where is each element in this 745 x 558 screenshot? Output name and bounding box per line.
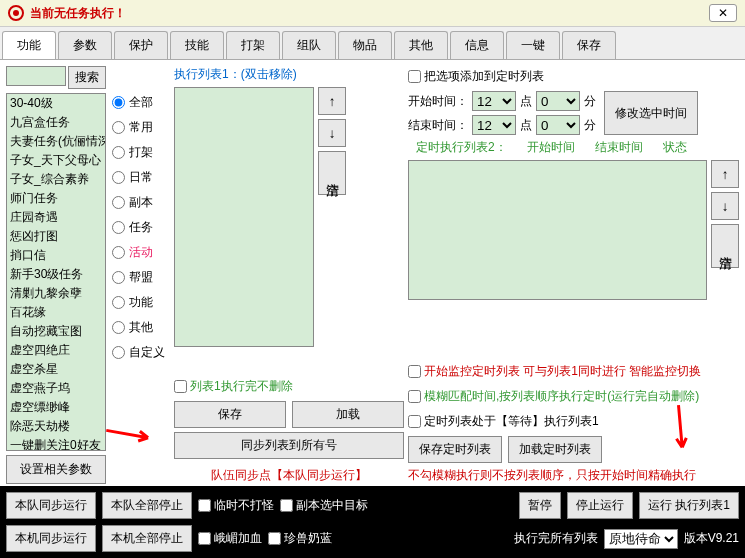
radio-活动[interactable]: 活动 [110, 240, 170, 265]
category-radios: 全部常用打架日常副本任务活动帮盟功能其他自定义 [110, 66, 170, 484]
list-item[interactable]: 一键删关注0好友 [7, 436, 105, 451]
stop-run-button[interactable]: 停止运行 [567, 492, 633, 519]
start-min-select[interactable]: 0 [536, 91, 580, 111]
search-input[interactable] [6, 66, 66, 86]
monitor-label: 开始监控定时列表 可与列表1同时进行 智能监控切换 [424, 363, 701, 380]
wait-label: 定时列表处于【等待】执行列表1 [424, 413, 599, 430]
end-time-label: 结束时间： [408, 117, 468, 134]
pet-mana-checkbox[interactable] [268, 532, 281, 545]
radio-常用[interactable]: 常用 [110, 115, 170, 140]
end-hour-select[interactable]: 12 [472, 115, 516, 135]
col-status-header: 状态 [663, 139, 687, 156]
tab-3[interactable]: 技能 [170, 31, 224, 59]
pet-mana-label: 珍兽奶蓝 [284, 530, 332, 547]
tab-2[interactable]: 保护 [114, 31, 168, 59]
tab-5[interactable]: 组队 [282, 31, 336, 59]
emei-heal-checkbox[interactable] [198, 532, 211, 545]
tab-10[interactable]: 保存 [562, 31, 616, 59]
team-stop-all-button[interactable]: 本队全部停止 [102, 492, 192, 519]
no-fight-label: 临时不打怪 [214, 497, 274, 514]
list-item[interactable]: 清剿九黎余孽 [7, 284, 105, 303]
list-item[interactable]: 庄园奇遇 [7, 208, 105, 227]
add-to-timed-checkbox[interactable] [408, 70, 421, 83]
list-item[interactable]: 除恶天劫楼 [7, 417, 105, 436]
list-item[interactable]: 虚空燕子坞 [7, 379, 105, 398]
machine-sync-run-button[interactable]: 本机同步运行 [6, 525, 96, 552]
radio-打架[interactable]: 打架 [110, 140, 170, 165]
add-to-timed-label: 把选项添加到定时列表 [424, 68, 544, 85]
start-hour-select[interactable]: 12 [472, 91, 516, 111]
exec-list-label: 执行列表1：(双击移除) [174, 66, 404, 83]
list-item[interactable]: 虚空四绝庄 [7, 341, 105, 360]
list-item[interactable]: 九宫盒任务 [7, 113, 105, 132]
app-icon [8, 5, 24, 21]
pause-button[interactable]: 暂停 [519, 492, 561, 519]
end-min-select[interactable]: 0 [536, 115, 580, 135]
set-params-button[interactable]: 设置相关参数 [6, 455, 106, 484]
radio-任务[interactable]: 任务 [110, 215, 170, 240]
keep-after-exec-checkbox[interactable] [174, 380, 187, 393]
timed-up-button[interactable]: ↑ [711, 160, 739, 188]
list-item[interactable]: 师门任务 [7, 189, 105, 208]
monitor-checkbox[interactable] [408, 365, 421, 378]
tab-0[interactable]: 功能 [2, 31, 56, 59]
load-list-button[interactable]: 加载 [292, 401, 404, 428]
run-list1-button[interactable]: 运行 执行列表1 [639, 492, 739, 519]
main-tabs: 功能参数保护技能打架组队物品其他信息一键保存 [0, 27, 745, 60]
radio-功能[interactable]: 功能 [110, 290, 170, 315]
list-item[interactable]: 虚空缥缈峰 [7, 398, 105, 417]
modify-time-button[interactable]: 修改选中时间 [604, 91, 698, 135]
radio-副本[interactable]: 副本 [110, 190, 170, 215]
tab-9[interactable]: 一键 [506, 31, 560, 59]
list-item[interactable]: 夫妻任务(伉俪情深) [7, 132, 105, 151]
timed-clear-button[interactable]: 清空 [711, 224, 739, 268]
task-list[interactable]: 30-40级九宫盒任务夫妻任务(伉俪情深)子女_天下父母心子女_综合素养师门任务… [6, 93, 106, 451]
list-item[interactable]: 子女_天下父母心 [7, 151, 105, 170]
move-up-button[interactable]: ↑ [318, 87, 346, 115]
list-item[interactable]: 惩凶打图 [7, 227, 105, 246]
start-time-label: 开始时间： [408, 93, 468, 110]
move-down-button[interactable]: ↓ [318, 119, 346, 147]
fuzzy-warning: 不勾模糊执行则不按列表顺序，只按开始时间精确执行 [408, 467, 739, 484]
clear-button[interactable]: 清空 [318, 151, 346, 195]
list-item[interactable]: 捎口信 [7, 246, 105, 265]
list-item[interactable]: 百花缘 [7, 303, 105, 322]
tab-8[interactable]: 信息 [450, 31, 504, 59]
tab-7[interactable]: 其他 [394, 31, 448, 59]
no-fight-checkbox[interactable] [198, 499, 211, 512]
team-sync-label: 队伍同步点【本队同步运行】 [174, 463, 404, 484]
list-item[interactable]: 30-40级 [7, 94, 105, 113]
after-done-select[interactable]: 原地待命 [604, 529, 678, 549]
radio-全部[interactable]: 全部 [110, 90, 170, 115]
radio-日常[interactable]: 日常 [110, 165, 170, 190]
save-list-button[interactable]: 保存 [174, 401, 286, 428]
timed-list-label: 定时执行列表2： [416, 139, 507, 156]
fuzzy-checkbox[interactable] [408, 390, 421, 403]
tab-6[interactable]: 物品 [338, 31, 392, 59]
list-item[interactable]: 虚空杀星 [7, 360, 105, 379]
timed-exec-list[interactable] [408, 160, 707, 300]
exec-list-1[interactable] [174, 87, 314, 347]
tab-4[interactable]: 打架 [226, 31, 280, 59]
after-done-label: 执行完所有列表 [514, 530, 598, 547]
sync-all-button[interactable]: 同步列表到所有号 [174, 432, 404, 459]
tab-1[interactable]: 参数 [58, 31, 112, 59]
machine-stop-all-button[interactable]: 本机全部停止 [102, 525, 192, 552]
dungeon-target-checkbox[interactable] [280, 499, 293, 512]
team-sync-run-button[interactable]: 本队同步运行 [6, 492, 96, 519]
save-timed-button[interactable]: 保存定时列表 [408, 436, 502, 463]
radio-帮盟[interactable]: 帮盟 [110, 265, 170, 290]
radio-其他[interactable]: 其他 [110, 315, 170, 340]
close-button[interactable]: ✕ [709, 4, 737, 22]
version-label: 版本V9.21 [684, 530, 739, 547]
list-item[interactable]: 新手30级任务 [7, 265, 105, 284]
load-timed-button[interactable]: 加载定时列表 [508, 436, 602, 463]
list-item[interactable]: 自动挖藏宝图 [7, 322, 105, 341]
wait-checkbox[interactable] [408, 415, 421, 428]
keep-after-exec-label: 列表1执行完不删除 [190, 378, 293, 395]
search-button[interactable]: 搜索 [68, 66, 106, 89]
col-end-header: 结束时间 [595, 139, 643, 156]
radio-自定义[interactable]: 自定义 [110, 340, 170, 365]
list-item[interactable]: 子女_综合素养 [7, 170, 105, 189]
timed-down-button[interactable]: ↓ [711, 192, 739, 220]
